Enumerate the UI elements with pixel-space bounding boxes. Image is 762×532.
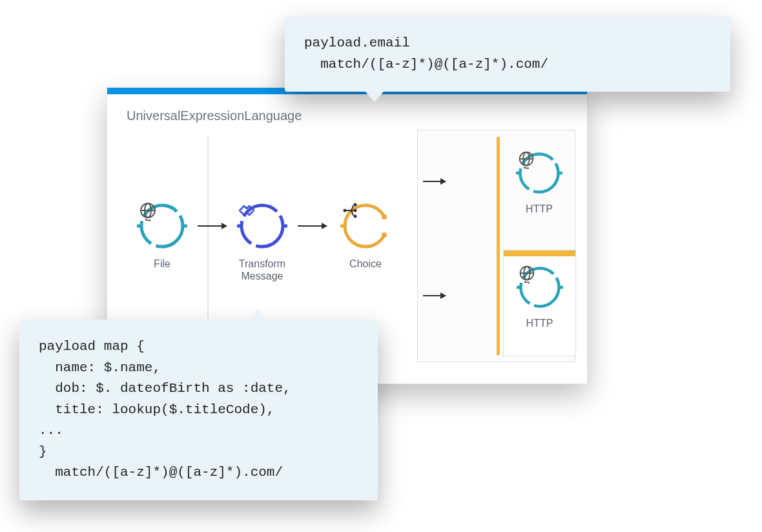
http-top-ring-icon <box>516 150 562 196</box>
transform-icon <box>237 201 256 220</box>
node-transform-message[interactable]: Transform Message <box>227 201 298 282</box>
svg-point-14 <box>354 209 357 212</box>
node-choice-label: Choice <box>330 258 401 270</box>
branch-icon <box>340 201 360 220</box>
globe-icon <box>516 150 537 170</box>
arrow-choice-to-http-bottom <box>423 295 446 296</box>
node-file[interactable]: File <box>127 201 198 270</box>
canvas-title: UniversalExpressionLanguage <box>107 94 587 130</box>
node-http-top-label: HTTP <box>507 203 572 215</box>
svg-point-15 <box>354 215 357 218</box>
callout-email-expression: payload.email match/([a-z]*)@([a-z]*).co… <box>285 16 730 92</box>
choice-vertical-bar <box>497 137 500 355</box>
http-subflow-frame: HTTP <box>503 250 576 356</box>
node-file-label: File <box>127 258 198 270</box>
file-ring-icon <box>137 201 187 251</box>
globe-icon <box>137 201 159 223</box>
node-http-top[interactable]: HTTP <box>507 150 572 215</box>
arrow-choice-to-http-top <box>423 181 446 182</box>
svg-point-12 <box>344 209 347 212</box>
node-choice[interactable]: Choice <box>330 201 401 270</box>
svg-point-13 <box>354 203 357 207</box>
http-subflow-header-bar <box>504 251 575 256</box>
globe-icon <box>517 264 537 285</box>
http-bottom-ring-icon <box>517 264 563 311</box>
arrow-file-to-transform <box>198 225 227 227</box>
arrow-transform-to-choice <box>298 225 327 227</box>
node-transform-label: Transform Message <box>227 258 298 282</box>
choice-container: HTTP <box>417 130 575 362</box>
transform-ring-icon <box>237 201 287 251</box>
node-http-bottom[interactable]: HTTP <box>504 264 575 329</box>
callout-payload-map: payload map { name: $.name, dob: $. date… <box>19 320 378 500</box>
choice-ring-icon <box>340 201 391 251</box>
node-http-bottom-label: HTTP <box>504 317 575 329</box>
